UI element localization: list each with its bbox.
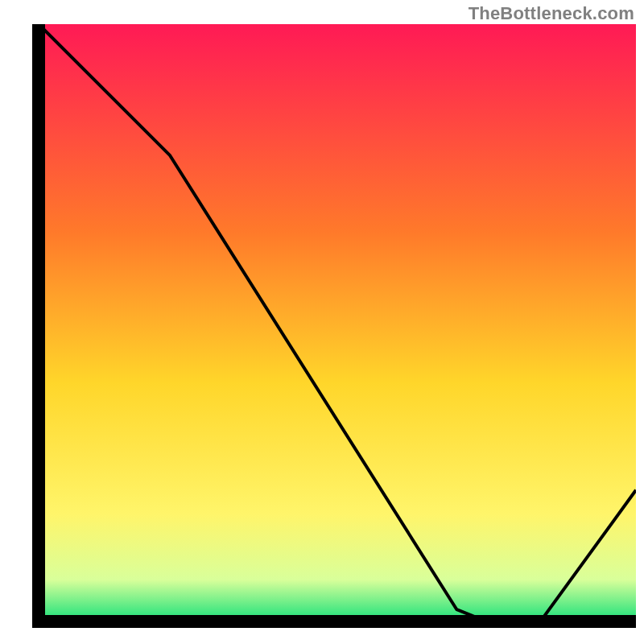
bottleneck-chart — [32, 24, 636, 628]
chart-svg — [32, 24, 636, 628]
attribution-text: TheBottleneck.com — [469, 3, 634, 24]
